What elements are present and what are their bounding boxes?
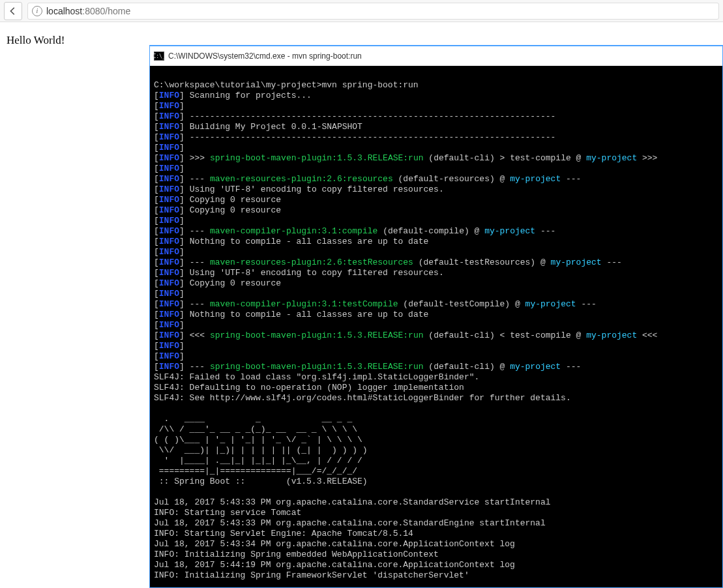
terminal-line: [INFO] (154, 351, 718, 362)
terminal-line: [INFO] (154, 216, 718, 226)
terminal-line: [INFO] Nothing to compile - all classes … (154, 310, 718, 320)
terminal-line: [INFO] Copying 0 resource (154, 205, 718, 216)
terminal-line: :: Spring Boot :: (v1.5.3.RELEASE) (154, 477, 718, 487)
terminal-line: [INFO] Using 'UTF-8' encoding to copy fi… (154, 268, 718, 278)
terminal-line: [INFO] Using 'UTF-8' encoding to copy fi… (154, 184, 718, 195)
cmd-icon: C:\_ (154, 51, 164, 61)
terminal-line: C:\workspace\tutorial\my-project>mvn spr… (154, 80, 718, 91)
terminal-line: [INFO] Nothing to compile - all classes … (154, 237, 718, 247)
terminal-line: [INFO] (154, 101, 718, 111)
url-host: localhost:8080/home (46, 5, 130, 17)
terminal-line: ( ( )\___ | '_ | '_| | '_ \/ _` | \ \ \ … (154, 435, 718, 445)
terminal-line: [INFO] Building My Project 0.0.1-SNAPSHO… (154, 122, 718, 132)
terminal-line: /\\ / ___'_ __ _ _(_)_ __ __ _ \ \ \ \ (154, 424, 718, 435)
terminal-line: INFO: Starting Servlet Engine: Apache To… (154, 529, 718, 539)
terminal-line: [INFO] (154, 247, 718, 257)
hello-text: Hello World! (7, 34, 65, 46)
terminal-line: SLF4J: Defaulting to no-operation (NOP) … (154, 383, 718, 393)
terminal-line: [INFO] --- maven-compiler-plugin:3.1:tes… (154, 299, 718, 310)
terminal-line: [INFO] Scanning for projects... (154, 91, 718, 101)
cmd-window[interactable]: C:\_ C:\WINDOWS\system32\cmd.exe - mvn s… (149, 45, 723, 588)
terminal-line: \\/ ___)| |_)| | | | | || (_| | ) ) ) ) (154, 445, 718, 456)
cmd-title: C:\WINDOWS\system32\cmd.exe - mvn spring… (168, 51, 362, 61)
terminal-line: SLF4J: Failed to load class "org.slf4j.i… (154, 372, 718, 383)
terminal-line: Jul 18, 2017 5:43:34 PM org.apache.catal… (154, 539, 718, 550)
arrow-left-icon (8, 7, 18, 16)
terminal-line: [INFO] ---------------------------------… (154, 111, 718, 122)
terminal-line: SLF4J: See http://www.slf4j.org/codes.ht… (154, 393, 718, 404)
terminal-line (154, 404, 718, 414)
terminal-line: =========|_|==============|___/=/_/_/_/ (154, 466, 718, 477)
terminal-line: [INFO] (154, 289, 718, 299)
terminal-line: [INFO] >>> spring-boot-maven-plugin:1.5.… (154, 153, 718, 164)
terminal-line: INFO: Initializing Spring embedded WebAp… (154, 550, 718, 560)
browser-toolbar: i localhost:8080/home (0, 0, 723, 22)
terminal-line: [INFO] (154, 320, 718, 331)
back-button[interactable] (4, 2, 22, 20)
terminal-line: [INFO] --- spring-boot-maven-plugin:1.5.… (154, 362, 718, 372)
terminal-line: Jul 18, 2017 5:43:33 PM org.apache.catal… (154, 518, 718, 529)
terminal-line: . ____ _ __ _ _ (154, 414, 718, 424)
terminal-line: INFO: Starting service Tomcat (154, 508, 718, 518)
terminal-line: Jul 18, 2017 5:44:19 PM org.apache.catal… (154, 560, 718, 570)
terminal-line: [INFO] --- maven-compiler-plugin:3.1:com… (154, 226, 718, 237)
terminal-line: INFO: Initializing Spring FrameworkServl… (154, 570, 718, 581)
terminal-line: [INFO] (154, 164, 718, 174)
terminal-line: [INFO] Copying 0 resource (154, 195, 718, 205)
cmd-titlebar[interactable]: C:\_ C:\WINDOWS\system32\cmd.exe - mvn s… (150, 46, 722, 66)
terminal-line: [INFO] --- maven-resources-plugin:2.6:re… (154, 174, 718, 184)
site-info-icon[interactable]: i (32, 6, 42, 16)
terminal-line (154, 487, 718, 497)
terminal-line: [INFO] --- maven-resources-plugin:2.6:te… (154, 257, 718, 268)
cmd-output[interactable]: C:\workspace\tutorial\my-project>mvn spr… (150, 66, 722, 587)
terminal-line (154, 70, 718, 80)
terminal-line: [INFO] <<< spring-boot-maven-plugin:1.5.… (154, 331, 718, 341)
terminal-line: [INFO] Copying 0 resource (154, 278, 718, 289)
terminal-line: ' |____| .__|_| |_|_| |_\__, | / / / / (154, 456, 718, 466)
terminal-line: [INFO] (154, 341, 718, 351)
url-bar[interactable]: i localhost:8080/home (27, 3, 719, 20)
terminal-line: Jul 18, 2017 5:43:33 PM org.apache.catal… (154, 497, 718, 508)
terminal-line: [INFO] ---------------------------------… (154, 132, 718, 143)
terminal-line: [INFO] (154, 143, 718, 153)
